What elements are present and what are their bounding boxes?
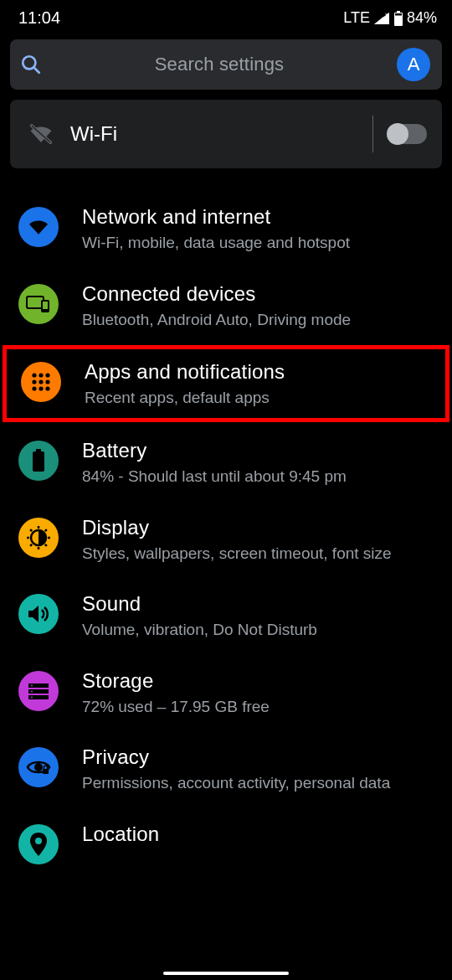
- svg-rect-38: [43, 769, 49, 774]
- svg-text:x: x: [385, 12, 388, 18]
- svg-point-14: [32, 380, 36, 384]
- apps-icon: [21, 362, 61, 402]
- item-title: Network and internet: [82, 205, 437, 229]
- svg-line-30: [45, 529, 47, 531]
- item-text: Storage 72% used – 17.95 GB free: [82, 668, 437, 718]
- item-title: Storage: [82, 669, 437, 693]
- wifi-icon: [18, 207, 59, 247]
- item-text: Display Styles, wallpapers, screen timeo…: [82, 514, 437, 565]
- settings-item-sound[interactable]: Sound Volume, vibration, Do Not Disturb: [0, 577, 452, 654]
- settings-item-wifi[interactable]: Network and internet Wi-Fi, mobile, data…: [0, 190, 452, 267]
- status-time: 11:04: [18, 8, 60, 28]
- svg-line-5: [33, 67, 39, 73]
- item-text: Privacy Permissions, account activity, p…: [82, 744, 437, 794]
- item-text: Connected devices Bluetooth, Android Aut…: [82, 281, 437, 331]
- battery-icon: [393, 11, 403, 26]
- search-icon: [20, 54, 42, 75]
- battery-percent: 84%: [407, 9, 437, 27]
- settings-item-battery[interactable]: Battery 84% - Should last until about 9:…: [0, 424, 452, 501]
- svg-rect-3: [395, 13, 402, 16]
- item-title: Display: [82, 516, 437, 539]
- item-subtitle: Permissions, account activity, personal …: [82, 772, 437, 794]
- privacy-icon: [18, 747, 59, 787]
- svg-line-28: [30, 529, 32, 531]
- settings-item-apps[interactable]: Apps and notifications Recent apps, defa…: [3, 345, 449, 422]
- svg-point-36: [31, 696, 33, 698]
- settings-item-devices[interactable]: Connected devices Bluetooth, Android Aut…: [0, 267, 452, 344]
- item-title: Battery: [82, 439, 437, 462]
- sound-icon: [18, 594, 59, 634]
- svg-rect-20: [36, 449, 41, 451]
- svg-point-37: [34, 763, 43, 771]
- settings-item-storage[interactable]: Storage 72% used – 17.95 GB free: [0, 654, 452, 731]
- svg-point-16: [45, 380, 49, 384]
- item-text: Network and internet Wi-Fi, mobile, data…: [82, 204, 437, 254]
- search-placeholder: Search settings: [54, 54, 385, 75]
- wifi-tile-divider: [372, 116, 373, 152]
- item-subtitle: Volume, vibration, Do Not Disturb: [82, 619, 437, 641]
- nav-handle[interactable]: [163, 972, 289, 975]
- signal-icon: x: [373, 12, 390, 25]
- item-subtitle: Wi-Fi, mobile, data usage and hotspot: [82, 232, 437, 254]
- wifi-off-icon: [28, 123, 54, 145]
- svg-line-26: [30, 544, 32, 545]
- settings-item-display[interactable]: Display Styles, wallpapers, screen timeo…: [0, 501, 452, 578]
- svg-point-34: [31, 684, 33, 686]
- svg-point-12: [39, 374, 43, 378]
- svg-rect-21: [33, 451, 44, 472]
- svg-point-19: [45, 387, 49, 391]
- item-subtitle: Styles, wallpapers, screen timeout, font…: [82, 543, 437, 565]
- svg-rect-10: [43, 302, 48, 309]
- settings-item-location[interactable]: Location: [0, 807, 452, 883]
- wifi-quick-tile[interactable]: Wi-Fi: [10, 100, 442, 168]
- item-title: Connected devices: [82, 282, 437, 306]
- item-subtitle: Recent apps, default apps: [85, 387, 434, 409]
- item-title: Privacy: [82, 745, 437, 769]
- settings-list: Network and internet Wi-Fi, mobile, data…: [0, 190, 452, 883]
- wifi-tile-label: Wi-Fi: [70, 122, 372, 146]
- search-bar[interactable]: Search settings A: [10, 39, 442, 90]
- network-label: LTE: [343, 9, 370, 27]
- display-icon: [18, 518, 59, 558]
- item-text: Sound Volume, vibration, Do Not Disturb: [82, 591, 437, 641]
- item-text: Location: [82, 821, 437, 849]
- storage-icon: [18, 671, 59, 711]
- item-subtitle: Bluetooth, Android Auto, Driving mode: [82, 309, 437, 331]
- item-text: Battery 84% - Should last until about 9:…: [82, 437, 437, 487]
- location-icon: [18, 824, 59, 864]
- item-title: Apps and notifications: [85, 360, 434, 384]
- svg-rect-1: [397, 11, 400, 13]
- devices-icon: [18, 284, 59, 324]
- item-subtitle: 72% used – 17.95 GB free: [82, 696, 437, 718]
- wifi-toggle[interactable]: [388, 124, 427, 144]
- svg-line-24: [45, 544, 47, 545]
- battery-icon: [18, 441, 59, 481]
- svg-point-17: [32, 387, 36, 391]
- svg-point-39: [35, 838, 42, 844]
- settings-item-privacy[interactable]: Privacy Permissions, account activity, p…: [0, 730, 452, 807]
- status-right: LTE x 84%: [343, 9, 437, 27]
- svg-point-35: [31, 690, 33, 692]
- item-subtitle: 84% - Should last until about 9:45 pm: [82, 466, 437, 487]
- item-title: Location: [82, 823, 437, 846]
- svg-point-15: [39, 380, 43, 384]
- svg-point-13: [45, 374, 49, 378]
- avatar-letter: A: [408, 54, 420, 75]
- svg-point-11: [32, 374, 36, 378]
- status-bar: 11:04 LTE x 84%: [0, 0, 452, 33]
- avatar[interactable]: A: [397, 48, 430, 81]
- item-title: Sound: [82, 592, 437, 616]
- item-text: Apps and notifications Recent apps, defa…: [85, 358, 434, 409]
- svg-point-18: [39, 387, 43, 391]
